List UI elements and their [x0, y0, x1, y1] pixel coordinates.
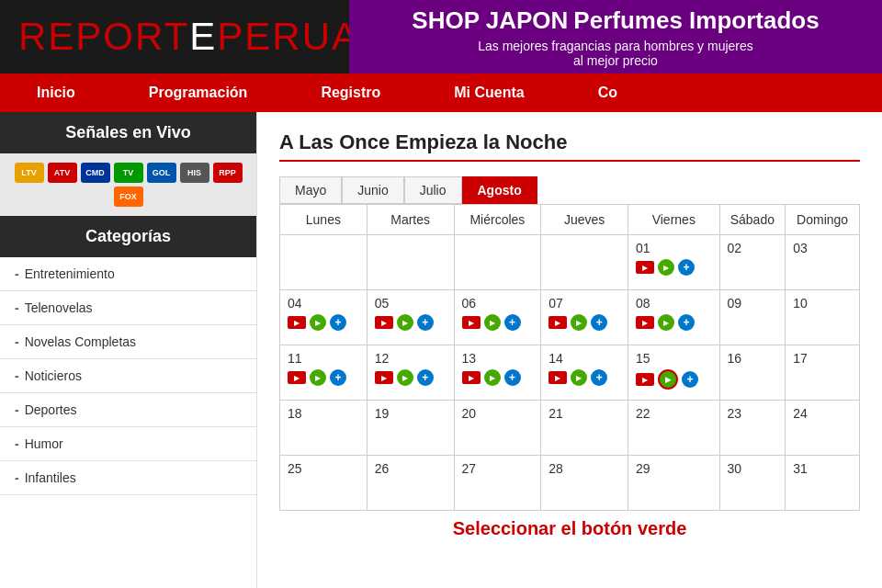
video-icon[interactable]	[462, 371, 481, 384]
video-icon[interactable]	[462, 316, 481, 329]
tab-junio[interactable]: Junio	[342, 176, 403, 204]
calendar-cell: 29	[628, 456, 719, 511]
add-button[interactable]	[330, 314, 346, 331]
add-button[interactable]	[591, 369, 607, 386]
add-button[interactable]	[504, 369, 521, 386]
tab-agosto[interactable]: Agosto	[462, 176, 537, 204]
play-button[interactable]	[484, 369, 501, 386]
video-icon[interactable]	[375, 316, 393, 329]
main-layout: Señales en Vivo LTV ATV CMD TV GOL HIS R…	[0, 112, 882, 588]
calendar-cell: 18	[280, 401, 368, 456]
calendar-cell: 10	[786, 290, 860, 345]
calendar-cell	[541, 235, 628, 290]
calendar-cell: 16	[719, 345, 786, 401]
logo-cmd: CMD	[81, 163, 110, 183]
day-action-icons	[636, 369, 711, 390]
video-icon[interactable]	[636, 261, 654, 274]
day-action-icons	[288, 369, 359, 386]
calendar-cell: 30	[719, 456, 786, 511]
play-button[interactable]	[484, 314, 501, 331]
day-number: 15	[636, 351, 650, 366]
main-content: A Las Once Empieza la Noche Mayo Junio J…	[257, 112, 882, 588]
nav-more: Co	[561, 74, 882, 112]
add-button[interactable]	[330, 369, 346, 386]
calendar-header-row: Lunes Martes Miércoles Jueves Viernes Sá…	[280, 205, 860, 235]
day-number: 20	[462, 406, 477, 421]
day-number: 10	[793, 296, 808, 311]
play-button[interactable]	[658, 259, 674, 276]
sidebar-item-infantiles[interactable]: Infantiles	[0, 461, 256, 495]
nav-co[interactable]: Co	[561, 74, 882, 112]
sidebar-item-humor[interactable]: Humor	[0, 427, 256, 461]
day-number: 29	[636, 461, 650, 476]
nav-mi-cuenta[interactable]: Mi Cuenta	[417, 74, 560, 112]
play-button[interactable]	[310, 314, 326, 331]
day-number: 30	[728, 461, 742, 476]
day-number: 06	[462, 296, 477, 311]
calendar-cell: 03	[786, 235, 860, 290]
sidebar-item-telenovelas[interactable]: Telenovelas	[0, 291, 256, 325]
calendar-cell: 09	[719, 290, 786, 345]
play-button[interactable]	[397, 314, 413, 331]
add-button[interactable]	[417, 369, 434, 386]
advertisement-banner[interactable]: SHOP JAPON Perfumes Importados Las mejor…	[349, 0, 882, 74]
day-number: 04	[288, 296, 302, 311]
video-icon[interactable]	[288, 371, 306, 384]
sidebar-item-novelas-completas[interactable]: Novelas Completas	[0, 325, 256, 359]
calendar-cell: 22	[628, 401, 719, 456]
month-tabs: Mayo Junio Julio Agosto	[279, 176, 860, 204]
calendar-cell: 01	[628, 235, 719, 290]
add-button[interactable]	[678, 314, 695, 331]
calendar-cell	[454, 235, 541, 290]
day-action-icons	[375, 369, 447, 386]
video-icon[interactable]	[548, 316, 567, 329]
logo-latina: LTV	[15, 163, 44, 183]
title-divider	[279, 160, 860, 162]
day-number: 21	[548, 406, 563, 421]
calendar-cell: 04	[280, 290, 368, 345]
col-lunes: Lunes	[280, 205, 368, 235]
logo-history: HIS	[180, 163, 209, 183]
video-icon[interactable]	[288, 316, 306, 329]
col-sabado: Sábado	[719, 205, 786, 235]
add-button[interactable]	[591, 314, 607, 331]
calendar-cell: 07	[541, 290, 628, 345]
tab-mayo[interactable]: Mayo	[279, 176, 342, 204]
table-row: 25262728293031	[280, 456, 860, 511]
day-number: 19	[375, 406, 390, 421]
sidebar-item-entretenimiento[interactable]: Entretenimiento	[0, 257, 256, 291]
nav-registro[interactable]: Registro	[284, 74, 417, 112]
day-number: 01	[636, 241, 650, 255]
nav-programacion[interactable]: Programación	[112, 74, 285, 112]
add-button[interactable]	[678, 259, 695, 276]
add-button[interactable]	[417, 314, 434, 331]
video-icon[interactable]	[375, 371, 393, 384]
calendar-cell: 06	[454, 290, 541, 345]
day-number: 24	[793, 406, 808, 421]
day-number: 05	[375, 296, 390, 311]
video-icon[interactable]	[548, 371, 567, 384]
calendar-cell: 13	[454, 345, 541, 401]
play-button[interactable]	[571, 369, 587, 386]
tab-julio[interactable]: Julio	[404, 176, 462, 204]
sidebar-item-deportes[interactable]: Deportes	[0, 393, 256, 427]
day-number: 13	[462, 351, 477, 366]
play-button[interactable]	[397, 369, 413, 386]
header: REPORTEPERUANO SHOP JAPON Perfumes Impor…	[0, 0, 882, 74]
day-number: 25	[288, 461, 302, 476]
day-number: 27	[462, 461, 477, 476]
video-icon[interactable]	[636, 373, 654, 386]
shop-title: SHOP JAPON Perfumes Importados	[412, 6, 819, 35]
play-button[interactable]	[658, 369, 678, 390]
calendar-cell	[280, 235, 368, 290]
add-button[interactable]	[504, 314, 521, 331]
play-button[interactable]	[310, 369, 326, 386]
video-icon[interactable]	[636, 316, 654, 329]
play-button[interactable]	[571, 314, 587, 331]
nav-inicio[interactable]: Inicio	[0, 74, 112, 112]
play-button[interactable]	[658, 314, 674, 331]
day-number: 11	[288, 351, 302, 366]
sidebar-item-noticieros[interactable]: Noticieros	[0, 359, 256, 393]
annotation-text: Seleccionar el botón verde	[279, 518, 860, 539]
add-button[interactable]	[682, 371, 698, 388]
